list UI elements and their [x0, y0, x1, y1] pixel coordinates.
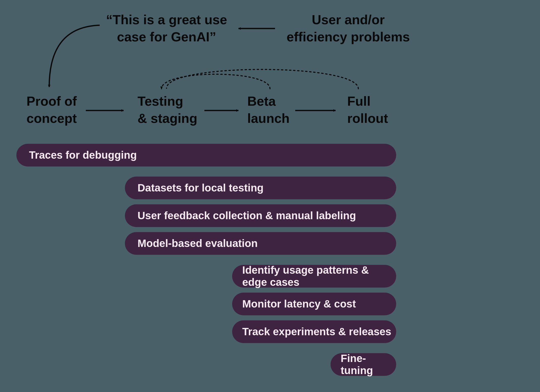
pill-evaluation-label: Model-based evaluation: [138, 237, 258, 249]
pill-datasets: Datasets for local testing: [125, 177, 396, 199]
arrow-beta-back-to-testing: [161, 74, 270, 89]
pill-latency-label: Monitor latency & cost: [242, 298, 356, 310]
quote-line-2: case for GenAI”: [117, 30, 216, 44]
stage-testing-staging: Testing & staging: [138, 93, 197, 127]
pill-traces: Traces for debugging: [16, 144, 396, 166]
testing-line-2: & staging: [138, 111, 197, 126]
stage-beta-launch: Beta launch: [247, 93, 290, 127]
pill-datasets-label: Datasets for local testing: [138, 182, 263, 194]
problems-line-2: efficiency problems: [287, 30, 410, 44]
quote-line-1: “This is a great use: [106, 12, 227, 27]
problems-text: User and/or efficiency problems: [283, 11, 414, 45]
beta-line-2: launch: [247, 111, 290, 126]
arrow-rollout-back-to-testing: [167, 69, 358, 89]
pill-finetuning: Fine-tuning: [331, 353, 396, 376]
pill-patterns: Identify usage patterns & edge cases: [232, 265, 396, 288]
pill-evaluation: Model-based evaluation: [125, 232, 396, 255]
quote-text: “This is a great use case for GenAI”: [101, 11, 232, 45]
poc-line-1: Proof of: [26, 94, 77, 108]
poc-line-2: concept: [26, 111, 77, 126]
stage-full-rollout: Full rollout: [347, 93, 388, 127]
pill-latency: Monitor latency & cost: [232, 293, 396, 315]
pill-experiments-label: Track experiments & releases: [242, 326, 391, 338]
pill-experiments: Track experiments & releases: [232, 320, 396, 343]
testing-line-1: Testing: [138, 94, 183, 108]
stage-proof-of-concept: Proof of concept: [26, 93, 77, 127]
pill-patterns-label: Identify usage patterns & edge cases: [242, 264, 396, 288]
beta-line-1: Beta: [247, 94, 276, 108]
rollout-line-2: rollout: [347, 111, 388, 126]
pill-finetuning-label: Fine-tuning: [341, 352, 396, 377]
problems-line-1: User and/or: [312, 12, 385, 27]
pill-feedback-label: User feedback collection & manual labeli…: [138, 210, 356, 222]
pill-feedback: User feedback collection & manual labeli…: [125, 204, 396, 227]
pill-traces-label: Traces for debugging: [29, 149, 137, 161]
arrow-quote-to-poc: [49, 25, 100, 87]
rollout-line-1: Full: [347, 94, 370, 108]
